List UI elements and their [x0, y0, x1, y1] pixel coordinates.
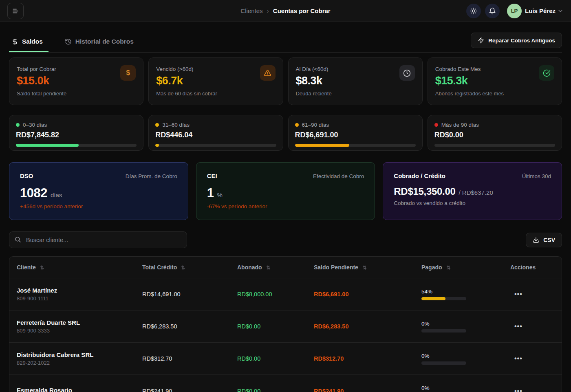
bucket-dot	[155, 123, 159, 127]
sun-icon	[470, 7, 477, 15]
user-name: Luis Pérez	[525, 7, 556, 14]
column-header-abonado[interactable]: Abonado	[237, 264, 314, 271]
chevron-down-icon	[557, 8, 564, 14]
abonado-cell: RD$8,000.00	[237, 291, 314, 297]
row-actions-button[interactable]: •••	[510, 288, 527, 300]
bucket-value: RD$0.00	[434, 131, 555, 139]
tab-saldos[interactable]: Saldos	[9, 33, 49, 52]
bucket-0-30: 0–30 días RD$7,845.82	[9, 115, 143, 151]
row-actions-button[interactable]: •••	[510, 385, 527, 392]
top-bar: Clientes › Cuentas por Cobrar LP Luis Pé…	[0, 0, 571, 22]
dollar-icon: $	[120, 65, 136, 81]
tab-saldos-label: Saldos	[22, 38, 43, 45]
stat-value: $8.3k	[296, 75, 415, 87]
pagado-progress	[421, 297, 466, 300]
client-phone: 809-900-3333	[17, 328, 142, 334]
tab-historial-label: Historial de Cobros	[75, 38, 134, 45]
kpi-unit: %	[217, 192, 222, 198]
search-input[interactable]	[9, 231, 187, 248]
history-icon	[65, 38, 72, 45]
avatar: LP	[507, 4, 522, 18]
stat-card-total-por-cobrar: Total por Cobrar $15.0k Saldo total pend…	[9, 57, 143, 105]
bucket-label: 0–30 días	[23, 122, 47, 128]
stat-value: $6.7k	[156, 75, 275, 87]
column-header-acciones: Acciones	[510, 264, 554, 271]
pagado-cell: 0%	[421, 353, 510, 365]
tabs-bar: Saldos Historial de Cobros Reparar Cobro…	[9, 33, 562, 53]
kpi-unit: / RD$637.20	[459, 189, 493, 196]
bucket-61-90: 61–90 días RD$6,691.00	[288, 115, 423, 151]
saldo-pendiente-cell: RD$6,691.00	[314, 291, 421, 297]
pagado-cell: 54%	[421, 288, 510, 300]
kpi-value: 1082	[20, 186, 47, 200]
client-name: Ferretería Duarte SRL	[17, 319, 142, 326]
kpi-delta: -67% vs período anterior	[207, 203, 364, 209]
kpi-unit: días	[51, 192, 62, 198]
total-credito-cell: RD$6,283.50	[142, 323, 237, 330]
menu-button[interactable]	[7, 3, 24, 19]
kpi-subtitle: Días Prom. de Cobro	[126, 173, 177, 179]
column-label: Saldo Pendiente	[314, 264, 358, 271]
client-name: Distribuidora Cabrera SRL	[17, 351, 142, 358]
row-actions-button[interactable]: •••	[510, 320, 527, 333]
row-actions-button[interactable]: •••	[510, 352, 527, 365]
pagado-progress	[421, 361, 466, 365]
user-menu[interactable]: LP Luis Pérez	[504, 4, 564, 18]
table-row: Ferretería Duarte SRL 809-900-3333 RD$6,…	[9, 311, 562, 343]
bucket-progress	[295, 144, 416, 147]
bucket-value: RD$6,691.00	[295, 131, 416, 139]
ellipsis-icon: •••	[514, 355, 522, 362]
pagado-cell: 0%	[421, 321, 510, 333]
bucket-label: 61–90 días	[302, 122, 329, 128]
bucket-progress-fill	[155, 144, 159, 147]
column-header-saldo-pendiente[interactable]: Saldo Pendiente	[314, 264, 421, 271]
repair-old-collections-button[interactable]: Reparar Cobros Antiguos	[471, 33, 562, 48]
check-circle-icon	[539, 65, 554, 81]
abonado-cell: RD$0.00	[237, 323, 314, 330]
sort-icon	[265, 265, 271, 270]
bucket-dot	[295, 123, 299, 127]
saldo-pendiente-cell: RD$241.90	[314, 388, 421, 392]
pagado-cell: 0%	[421, 385, 510, 392]
kpi-delta: +456d vs período anterior	[20, 203, 177, 209]
aging-buckets: 0–30 días RD$7,845.82 31–60 días RD$446.…	[9, 115, 562, 151]
export-csv-button[interactable]: CSV	[526, 233, 562, 247]
bell-icon	[489, 7, 496, 15]
kpi-cards: DSO Días Prom. de Cobro 1082 días +456d …	[9, 162, 562, 220]
bucket-dot	[434, 123, 438, 127]
column-header-pagado[interactable]: Pagado	[421, 264, 510, 271]
kpi-title: DSO	[20, 172, 33, 179]
ellipsis-icon: •••	[514, 291, 522, 297]
tab-historial-de-cobros[interactable]: Historial de Cobros	[62, 33, 139, 52]
theme-toggle-button[interactable]	[466, 4, 481, 18]
stat-label: Vencido (>60d)	[156, 66, 275, 72]
menu-icon	[12, 7, 19, 15]
kpi-subtitle: Efectividad de Cobro	[313, 173, 364, 179]
main-content: Saldos Historial de Cobros Reparar Cobro…	[0, 33, 571, 392]
stat-label: Cobrado Este Mes	[435, 66, 554, 72]
stat-value: $15.3k	[435, 75, 554, 87]
total-credito-cell: RD$241.90	[142, 388, 237, 392]
client-name: Esmeralda Rosario	[17, 387, 142, 392]
breadcrumb-parent[interactable]: Clientes	[240, 7, 262, 14]
saldo-pendiente-cell: RD$6,283.50	[314, 323, 421, 330]
table-header: Cliente Total Crédito Abonado Saldo Pend…	[9, 257, 562, 278]
bucket-progress-fill	[16, 144, 79, 147]
client-name: José Martínez	[17, 287, 142, 294]
kpi-card-cobrado-credito: Cobrado / Crédito Últimos 30d RD$15,350.…	[383, 162, 562, 220]
stat-label: Total por Cobrar	[17, 66, 136, 72]
table-toolbar: CSV	[9, 231, 562, 248]
column-label: Total Crédito	[142, 264, 177, 271]
column-header-total-credito[interactable]: Total Crédito	[142, 264, 237, 271]
column-header-cliente[interactable]: Cliente	[17, 264, 142, 271]
repair-button-label: Reparar Cobros Antiguos	[488, 37, 555, 44]
kpi-value: 1	[207, 186, 214, 200]
pagado-percent: 0%	[421, 353, 510, 359]
client-phone: 809-900-1111	[17, 295, 142, 302]
breadcrumb-separator-icon: ›	[267, 7, 269, 15]
stat-label: Al Día (<60d)	[296, 66, 415, 72]
notifications-button[interactable]	[485, 4, 500, 18]
stat-card-vencido: Vencido (>60d) $6.7k Más de 60 días sin …	[148, 57, 283, 105]
bucket-label: Más de 90 días	[441, 122, 479, 128]
bucket-label: 31–60 días	[162, 122, 190, 128]
